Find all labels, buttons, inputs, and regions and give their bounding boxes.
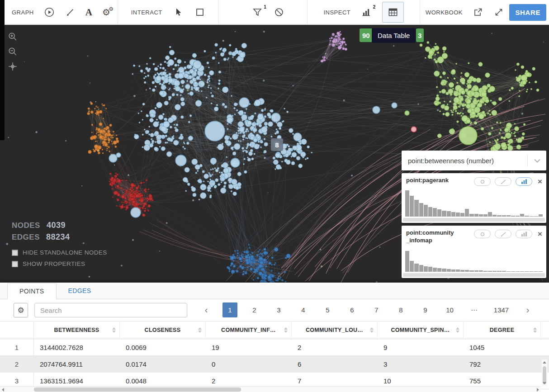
histogram-bar[interactable] [433, 208, 437, 217]
histogram-bar[interactable] [511, 216, 515, 217]
page-button[interactable]: 8 [393, 302, 408, 317]
histogram-bar[interactable] [530, 271, 534, 272]
sort-icon[interactable] [284, 327, 288, 333]
histogram-bar[interactable] [410, 196, 414, 217]
histogram-bar[interactable] [530, 216, 534, 217]
chart-type-bars-pill[interactable] [516, 177, 532, 186]
tab-edges[interactable]: EDGES [57, 283, 103, 299]
histogram-bar[interactable] [492, 215, 497, 217]
histogram-bar[interactable] [424, 266, 428, 272]
scroll-down-arrow[interactable] [542, 380, 547, 386]
table-row[interactable]: 13144002.76280.006919291045 [0, 339, 549, 356]
sort-icon[interactable] [456, 327, 459, 333]
histogram-bar[interactable] [502, 271, 506, 272]
column-header[interactable]: BETWEENNESS [34, 321, 120, 339]
histogram-bar[interactable] [460, 213, 464, 217]
pointer-cursor-icon[interactable] [172, 6, 184, 18]
histogram-range-track[interactable] [403, 273, 545, 277]
histogram-bar[interactable] [451, 212, 455, 217]
close-icon[interactable]: × [538, 230, 542, 238]
histogram-bar[interactable] [488, 212, 492, 217]
horizontal-scroll-thumb[interactable] [34, 387, 241, 392]
graph-canvas[interactable]: 90 3 Data Table 8 NODES 4039 EDGES 88234… [0, 25, 549, 283]
open-workbook-external-link-icon[interactable] [473, 6, 483, 18]
prev-page-button[interactable]: ‹ [202, 302, 211, 317]
visibility-eye-pill[interactable] [474, 177, 491, 186]
histogram-range-track[interactable] [403, 218, 545, 222]
histogram-bar[interactable] [414, 264, 418, 272]
histogram-bar[interactable] [405, 190, 409, 217]
page-button[interactable]: 6 [345, 302, 360, 317]
histogram-bar[interactable] [516, 271, 520, 272]
histogram-bar[interactable] [502, 215, 506, 217]
histogram-bar[interactable] [465, 209, 469, 217]
histogram-bar[interactable] [469, 214, 473, 217]
histogram-bar[interactable] [460, 270, 464, 272]
zoom-in-button[interactable] [8, 32, 18, 42]
histogram-bar[interactable] [479, 270, 483, 272]
community-infomap-histogram[interactable] [405, 251, 543, 272]
histogram-bar[interactable] [410, 261, 414, 272]
table-row[interactable]: 22074764.99110.0174063792 [0, 356, 549, 373]
attribute-select-dropdown[interactable]: point:betweenness (number) [402, 151, 546, 170]
histogram-bar[interactable] [539, 271, 543, 272]
histogram-bar[interactable] [447, 269, 451, 272]
checkbox-icon[interactable] [12, 261, 18, 267]
histogram-bar[interactable] [451, 269, 455, 272]
tab-points[interactable]: POINTS [7, 283, 57, 299]
page-button[interactable]: 3 [271, 302, 286, 317]
histogram-bar[interactable] [479, 214, 483, 217]
close-icon[interactable]: × [538, 178, 542, 185]
box-select-icon[interactable] [194, 6, 206, 18]
histogram-bar[interactable] [419, 265, 423, 272]
filter-funnel-icon[interactable]: 1 [251, 6, 263, 18]
histogram-bar[interactable] [525, 216, 529, 217]
page-button[interactable]: 7 [369, 302, 384, 317]
column-header[interactable]: DEGREE [464, 321, 541, 339]
histogram-bar[interactable] [442, 269, 446, 272]
page-button[interactable]: 10 [442, 302, 457, 317]
histogram-bar[interactable] [483, 214, 487, 217]
histogram-bar[interactable] [483, 271, 487, 272]
color-encode-brush-pill[interactable] [495, 230, 511, 238]
center-view-crosshair-button[interactable] [8, 61, 18, 71]
histogram-bar[interactable] [488, 271, 492, 272]
fullscreen-expand-icon[interactable] [493, 6, 504, 18]
vertical-scrollbar[interactable] [542, 359, 547, 386]
histogram-bar[interactable] [516, 216, 520, 217]
visibility-eye-pill[interactable] [474, 230, 491, 238]
column-header[interactable]: CLOSENESS [120, 321, 206, 339]
histogram-bar[interactable] [534, 271, 538, 272]
scroll-left-arrow[interactable] [0, 387, 6, 392]
zoom-out-button[interactable] [8, 47, 18, 57]
node-degree-label[interactable]: 8 [271, 138, 283, 151]
table-settings-button[interactable]: ⚙ [14, 303, 28, 317]
column-header[interactable]: COMMUNITY_INF… [206, 321, 292, 339]
histogram-bar[interactable] [492, 271, 497, 272]
play-simulation-icon[interactable] [44, 6, 55, 18]
page-button[interactable]: 4 [296, 302, 311, 317]
checkbox-icon[interactable] [12, 250, 18, 256]
sort-icon[interactable] [370, 327, 374, 333]
histogram-bar[interactable] [447, 211, 451, 217]
histogram-bar[interactable] [497, 271, 501, 272]
histogram-bar[interactable] [456, 269, 460, 272]
histogram-bar[interactable] [433, 268, 437, 272]
sort-icon[interactable] [112, 327, 116, 333]
histogram-bar[interactable] [520, 271, 524, 272]
histogram-bar[interactable] [506, 271, 511, 272]
column-header[interactable]: COMMUNITY_SPIN… [378, 321, 464, 339]
hide-standalone-nodes-checkbox[interactable]: HIDE STANDALONE NODES [12, 249, 107, 256]
chart-type-bars-pill[interactable] [516, 230, 532, 238]
collapsed-left-panel[interactable] [0, 0, 5, 140]
page-button[interactable]: 5 [320, 302, 335, 317]
next-page-button[interactable]: › [523, 302, 532, 317]
cluster-label-badge[interactable]: 3 [416, 28, 424, 42]
column-header[interactable]: COMMUNITY_LOU… [292, 321, 378, 339]
histogram-bar[interactable] [442, 211, 446, 217]
sort-icon[interactable] [198, 327, 202, 333]
horizontal-scrollbar[interactable] [0, 386, 541, 392]
histogram-bar[interactable] [469, 270, 473, 272]
histogram-bar[interactable] [437, 209, 441, 217]
scroll-up-arrow[interactable] [542, 359, 547, 365]
